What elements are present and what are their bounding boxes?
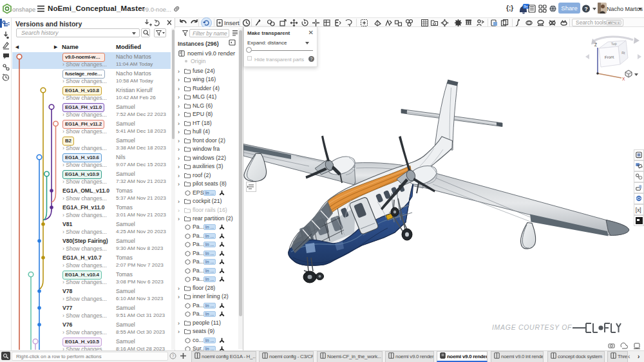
svg-text:?: ?: [585, 6, 588, 12]
svg-text:[x]: [x]: [636, 207, 641, 213]
svg-text:onshape: onshape: [12, 6, 35, 13]
svg-text:9+: 9+: [524, 5, 528, 8]
svg-text:Z: Z: [594, 43, 597, 47]
svg-text:Top: Top: [611, 42, 617, 46]
svg-text:Front: Front: [605, 55, 614, 60]
svg-text:?: ?: [172, 354, 175, 358]
